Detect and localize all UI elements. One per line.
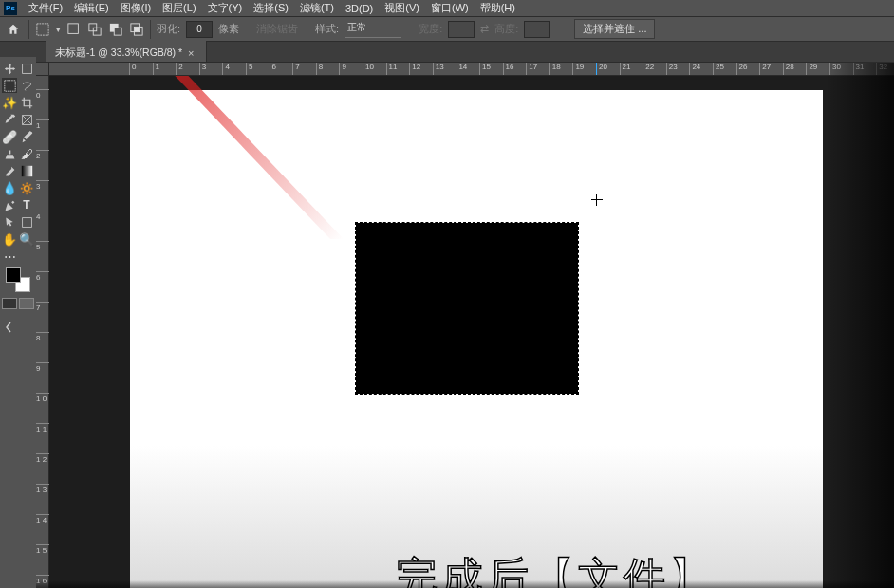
height-label: 高度: (494, 22, 518, 36)
ruler-h-tick: 2 (176, 63, 182, 76)
hand-tool[interactable]: ✋ (2, 231, 17, 247)
marquee-tool[interactable] (2, 78, 17, 93)
ruler-v-tick: 1 1 (36, 423, 49, 433)
ruler-corner (36, 63, 49, 76)
panel-collapse-handle[interactable] (0, 313, 17, 341)
canvas-viewport[interactable]: 完成后【文件】 (49, 76, 894, 588)
svg-rect-17 (22, 217, 31, 227)
blur-tool[interactable]: 💧 (2, 180, 17, 195)
ruler-h-tick: 27 (759, 63, 771, 76)
screen-mode-group (2, 298, 34, 309)
select-and-mask-button[interactable]: 选择并遮住 ... (574, 19, 655, 39)
ruler-h-tick: 28 (783, 63, 794, 76)
ruler-h-tick: 6 (270, 63, 276, 76)
crop-tool[interactable] (19, 95, 34, 110)
separator (28, 20, 29, 39)
frame-tool[interactable] (19, 112, 34, 127)
svg-rect-16 (21, 165, 31, 175)
eyedropper-tool[interactable] (2, 112, 17, 127)
menu-file[interactable]: 文件(F) (23, 0, 68, 17)
menu-image[interactable]: 图像(I) (115, 0, 157, 17)
menu-help[interactable]: 帮助(H) (475, 0, 521, 17)
menu-select[interactable]: 选择(S) (248, 0, 294, 17)
swap-icon: ⇄ (480, 23, 489, 35)
ruler-h-tick: 21 (620, 63, 631, 76)
zoom-tool[interactable]: 🔍 (19, 231, 34, 247)
menu-type[interactable]: 文字(Y) (202, 0, 249, 17)
chevron-down-icon[interactable]: ▾ (56, 25, 61, 34)
brush-tool[interactable] (19, 129, 34, 144)
canvas[interactable]: 完成后【文件】 (130, 90, 823, 588)
marquee-tool-preset[interactable] (35, 22, 50, 37)
ruler-h-tick: 5 (246, 63, 252, 76)
ruler-h-tick: 14 (456, 63, 467, 76)
style-select[interactable]: 正常 (345, 21, 401, 38)
dodge-tool[interactable]: 🔅 (19, 180, 34, 195)
menu-edit[interactable]: 编辑(E) (68, 0, 115, 17)
edit-toolbar-icon[interactable]: ⋯ (2, 248, 17, 264)
style-label: 样式: (315, 22, 339, 36)
antialias-checkbox: 消除锯齿 (256, 22, 298, 36)
ruler-horizontal[interactable]: 0123456789101112131415161718192021222324… (48, 63, 894, 76)
magic-wand-tool[interactable]: ✨ (2, 95, 17, 110)
menu-3d[interactable]: 3D(D) (340, 1, 379, 16)
foreground-color-swatch[interactable] (6, 267, 21, 283)
shape-tool[interactable] (19, 214, 34, 230)
type-tool[interactable]: T (19, 197, 34, 212)
path-selection-tool[interactable] (2, 214, 17, 230)
ruler-vertical[interactable]: 01234567891 01 11 21 31 41 51 61 7 (36, 75, 49, 588)
menu-layer[interactable]: 图层(L) (157, 0, 201, 17)
eraser-tool[interactable] (2, 163, 17, 178)
width-label: 宽度: (419, 22, 442, 36)
ruler-v-tick: 1 6 (36, 575, 49, 585)
home-button[interactable] (4, 20, 23, 39)
ruler-h-tick: 15 (479, 63, 491, 76)
standard-mode-icon[interactable] (2, 298, 17, 309)
menu-window[interactable]: 窗口(W) (425, 0, 475, 17)
ruler-h-tick: 10 (363, 63, 374, 76)
ruler-v-tick: 1 3 (36, 484, 49, 494)
ruler-h-tick: 8 (316, 63, 323, 76)
ruler-v-tick: 6 (36, 271, 49, 282)
ruler-h-tick: 13 (433, 63, 444, 76)
menu-filter[interactable]: 滤镜(T) (294, 0, 340, 17)
more-tools-icon[interactable] (19, 248, 34, 264)
height-input (524, 21, 550, 38)
clone-stamp-tool[interactable] (2, 146, 17, 161)
artboard-tool[interactable] (19, 61, 34, 76)
ruler-h-tick: 7 (292, 63, 299, 76)
document-tab[interactable]: 未标题-1 @ 33.3%(RGB/8) * × (46, 41, 207, 62)
ruler-h-tick: 11 (386, 63, 398, 76)
marquee-selection[interactable] (356, 223, 578, 394)
move-tool[interactable] (2, 61, 17, 76)
menu-view[interactable]: 视图(V) (379, 0, 425, 17)
ruler-v-tick: 0 (36, 89, 49, 100)
svg-rect-11 (22, 64, 31, 73)
feather-input[interactable] (186, 21, 213, 38)
quickmask-mode-icon[interactable] (19, 298, 34, 309)
ruler-h-tick: 3 (199, 63, 206, 76)
ruler-h-tick: 29 (806, 63, 817, 76)
lasso-tool[interactable] (19, 78, 34, 93)
subtract-selection-icon[interactable] (108, 22, 123, 37)
gradient-tool[interactable] (19, 163, 34, 178)
close-icon[interactable]: × (188, 47, 194, 59)
ruler-h-tick: 1 (153, 63, 159, 76)
ruler-h-tick: 19 (572, 63, 584, 76)
ruler-h-tick: 4 (222, 63, 229, 76)
ruler-v-tick: 5 (36, 241, 49, 251)
document-tab-title: 未标题-1 @ 33.3%(RGB/8) * (55, 46, 182, 60)
width-input (448, 21, 475, 38)
ruler-h-tick: 22 (643, 63, 654, 76)
history-brush-tool[interactable]: 🖌 (19, 146, 34, 161)
ruler-h-tick: 0 (129, 63, 136, 76)
color-swatches[interactable] (6, 267, 30, 292)
ruler-h-tick: 20 (596, 63, 607, 76)
add-selection-icon[interactable] (87, 22, 102, 37)
healing-brush-tool[interactable]: 🩹 (2, 129, 17, 144)
pen-tool[interactable] (2, 197, 17, 212)
ruler-h-tick: 24 (689, 63, 700, 76)
new-selection-icon[interactable] (66, 22, 82, 37)
intersect-selection-icon[interactable] (129, 22, 144, 37)
svg-rect-5 (114, 28, 121, 35)
